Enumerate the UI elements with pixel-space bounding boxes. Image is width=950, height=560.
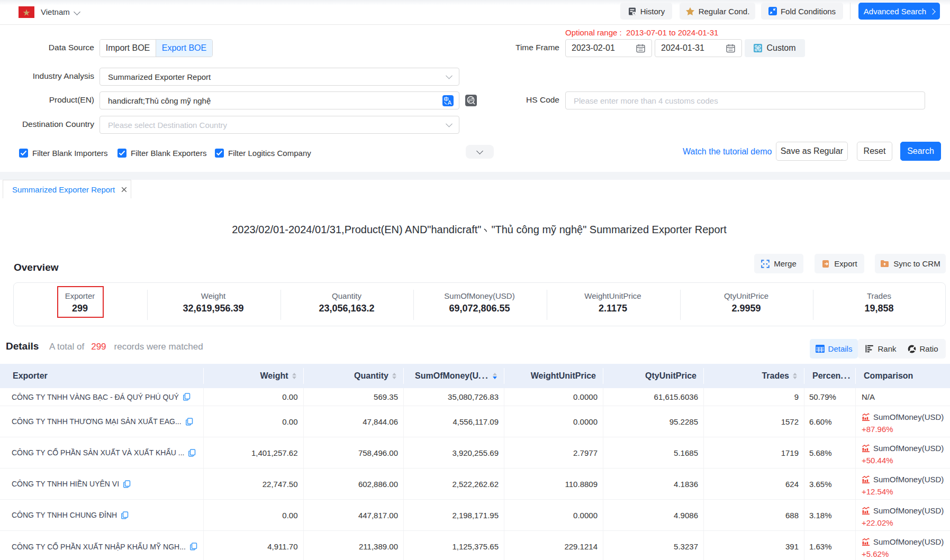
svg-text:A: A (448, 99, 452, 106)
